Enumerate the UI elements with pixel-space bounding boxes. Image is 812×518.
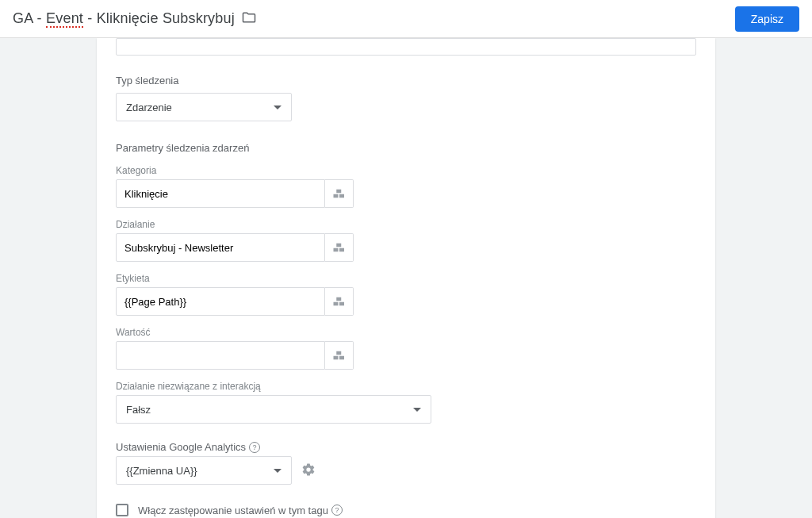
svg-rect-1 (339, 194, 344, 198)
ga-settings-label: Ustawienia Google Analytics (116, 441, 246, 453)
tracking-type-label: Typ śledzenia (116, 75, 696, 86)
override-row: Włącz zastępowanie ustawień w tym tagu ? (116, 504, 696, 516)
action-label: Działanie (116, 219, 696, 230)
action-row (116, 233, 354, 262)
category-variable-button[interactable] (325, 179, 354, 208)
value-label: Wartość (116, 327, 696, 338)
brick-icon (332, 188, 347, 199)
non-interaction-select[interactable]: Fałsz (116, 395, 431, 424)
ga-settings-label-row: Ustawienia Google Analytics ? (116, 441, 696, 453)
svg-rect-8 (336, 297, 341, 301)
override-label-wrap: Włącz zastępowanie ustawień w tym tagu ? (138, 505, 343, 516)
label-variable-button[interactable] (325, 287, 354, 316)
title-suffix: - Kliknięcie Subskrybuj (83, 10, 235, 26)
value-input[interactable] (116, 341, 325, 370)
ga-settings-row: {{Zmienna UA}} (116, 456, 696, 485)
action-input[interactable] (116, 233, 325, 262)
gear-icon[interactable] (301, 462, 316, 479)
chevron-down-icon (413, 408, 421, 412)
tracking-type-value: Zdarzenie (126, 102, 172, 113)
svg-rect-2 (336, 190, 341, 194)
label-row (116, 287, 354, 316)
value-row (116, 341, 354, 370)
override-label: Włącz zastępowanie ustawień w tym tagu (138, 505, 328, 516)
canvas: Typ śledzenia Zdarzenie Parametry śledze… (0, 38, 812, 518)
svg-rect-3 (333, 248, 338, 252)
svg-rect-7 (339, 302, 344, 306)
event-params-heading: Parametry śledzenia zdarzeń (116, 142, 696, 154)
ga-settings-value: {{Zmienna UA}} (126, 465, 197, 477)
title-wrap: GA - Event - Kliknięcie Subskrybuj (13, 10, 257, 28)
svg-rect-0 (333, 194, 338, 198)
chevron-down-icon (274, 469, 282, 473)
svg-rect-11 (336, 351, 341, 355)
svg-rect-4 (339, 248, 344, 252)
brick-icon (332, 296, 347, 307)
page-title[interactable]: GA - Event - Kliknięcie Subskrybuj (13, 10, 235, 27)
non-interaction-label: Działanie niezwiązane z interakcją (116, 381, 696, 392)
category-label: Kategoria (116, 165, 696, 176)
save-button[interactable]: Zapisz (735, 6, 799, 32)
folder-icon[interactable] (241, 10, 257, 28)
title-prefix: GA - (13, 10, 46, 26)
category-input[interactable] (116, 179, 325, 208)
non-interaction-value: Fałsz (126, 404, 151, 416)
chevron-down-icon (274, 106, 282, 109)
help-icon[interactable]: ? (331, 505, 343, 516)
action-variable-button[interactable] (325, 233, 354, 262)
override-checkbox[interactable] (116, 504, 128, 516)
page-header: GA - Event - Kliknięcie Subskrybuj Zapis… (0, 0, 812, 38)
svg-rect-9 (333, 356, 338, 360)
category-row (116, 179, 354, 208)
truncated-top-field[interactable] (116, 38, 696, 56)
help-icon[interactable]: ? (249, 442, 260, 453)
value-variable-button[interactable] (325, 341, 354, 370)
svg-rect-6 (333, 302, 338, 306)
tag-config-card: Typ śledzenia Zdarzenie Parametry śledze… (97, 38, 715, 518)
label-label: Etykieta (116, 273, 696, 284)
brick-icon (332, 242, 347, 253)
title-event-word: Event (46, 10, 83, 28)
ga-settings-select[interactable]: {{Zmienna UA}} (116, 456, 292, 485)
tracking-type-select[interactable]: Zdarzenie (116, 93, 292, 121)
label-input[interactable] (116, 287, 325, 316)
brick-icon (332, 350, 347, 361)
svg-rect-5 (336, 244, 341, 247)
svg-rect-10 (339, 356, 344, 360)
